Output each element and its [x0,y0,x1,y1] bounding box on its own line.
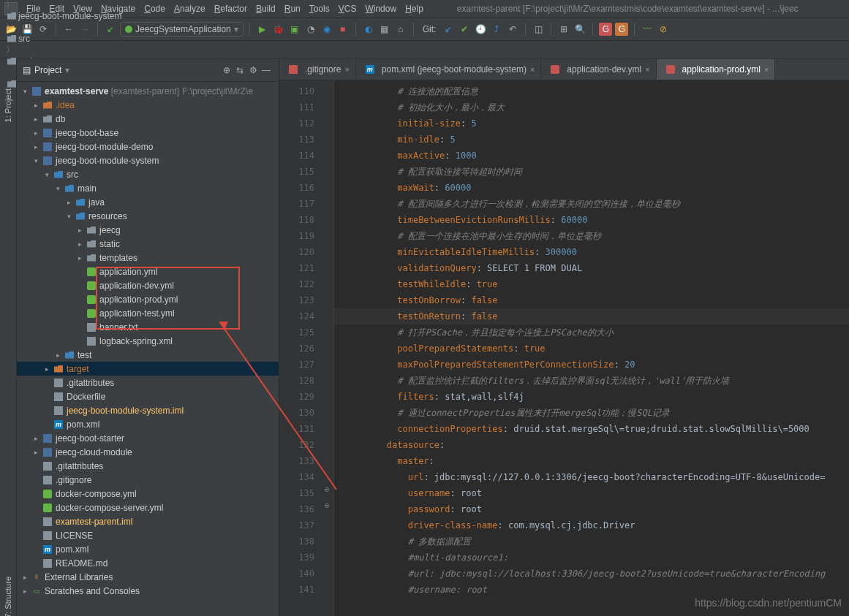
tree-node[interactable]: ⫴External Libraries [17,570,279,584]
tree-node[interactable]: README.md [17,556,279,570]
search-icon[interactable]: 🔍 [573,23,586,36]
tab-pom-xml-jeecg-boot-module-system-[interactable]: mpom.xml (jeecg-boot-module-system)× [356,59,542,80]
tree-node[interactable]: application-dev.yml [17,278,279,292]
find-icon[interactable]: ⊞ [557,23,570,36]
locate-icon[interactable]: ⊕ [220,64,233,77]
project-tree[interactable]: examtest-serve [examtest-parent]F:\proje… [17,82,279,616]
run-icon[interactable]: ▶ [256,23,269,36]
vcs-update-icon[interactable]: ↙ [442,23,455,36]
crumb-2[interactable]: src [4,34,124,44]
stop-icon[interactable]: ■ [336,23,350,36]
tab--gitignore[interactable]: .gitignore× [279,59,356,80]
tree-node[interactable]: mpom.xml [17,417,279,431]
menu-code[interactable]: Code [140,4,170,14]
git-label: Git: [423,24,437,34]
run-config-label: JeecgSystemApplication [135,24,231,34]
left-tool-strip: 1: Project 7: Structure [0,59,17,616]
gauge-icon[interactable]: ◐ [362,23,375,36]
project-header: Project [34,65,61,75]
tree-node[interactable]: application.yml [17,265,279,278]
watermark: https://blog.csdn.net/pentiumCM [695,597,842,609]
menu-refactor[interactable]: Refactor [210,4,252,14]
breadcrumb: examtest-serve〉jeecg-boot-module-system〉… [0,41,849,59]
menu-build[interactable]: Build [252,4,280,14]
window-title: examtest-parent [F:\project\jit\MrZ\exam… [457,4,799,14]
tree-node[interactable]: target [17,362,279,376]
vcs-history-icon[interactable]: 🕘 [474,23,487,36]
project-tool-button[interactable]: 1: Project [4,88,12,122]
tree-node[interactable]: .gitignore [17,473,279,487]
profile-icon[interactable]: ◔ [304,23,317,36]
tree-node[interactable]: jeecg-boot-base [17,126,279,140]
menu-run[interactable]: Run [280,4,305,14]
tree-node[interactable]: examtest-parent.iml [17,514,279,528]
project-tab-icon: ▤ [23,65,31,75]
struct-icon[interactable]: ◫ [532,23,545,36]
tree-node[interactable]: docker-compose.yml [17,487,279,501]
host-icon[interactable]: ⌂ [394,23,407,36]
tree-node[interactable]: db [17,112,279,126]
attach-icon[interactable]: ◉ [320,23,333,36]
tree-node[interactable]: application-prod.yml [17,292,279,306]
tree-node[interactable]: main [17,181,279,195]
tree-node[interactable]: jeecg-boot-module-system [17,153,279,167]
vcs-push-icon[interactable]: ⤴ [490,23,503,36]
tree-node[interactable]: .gitattributes [17,376,279,389]
editor: .gitignore×mpom.xml (jeecg-boot-module-s… [279,59,849,616]
tree-node[interactable]: ▭Scratches and Consoles [17,584,279,598]
expand-icon[interactable]: ⇆ [233,64,246,77]
menu-help[interactable]: Help [401,4,428,14]
tab-application-dev-yml[interactable]: application-dev.yml× [541,59,656,80]
tree-node[interactable]: jeecg [17,223,279,237]
tab-application-prod-yml[interactable]: application-prod.yml× [657,59,776,80]
tree-node[interactable]: resources [17,209,279,223]
project-view: ▤Project ▾ ⊕ ⇆ ⚙ — examtest-serve [examt… [17,59,279,616]
fold-gutter: ⊖ ⊖ [323,80,334,616]
tree-node[interactable]: Dockerfile [17,389,279,403]
close-icon[interactable]: × [344,65,349,74]
crumb-1[interactable]: jeecg-boot-module-system [4,11,124,21]
tree-node[interactable]: jeecg-boot-module-system.iml [17,403,279,417]
main-toolbar: 📂 💾 ⟳ ← → ↙ JeecgSystemApplication ▾ ▶ 🐞… [0,18,849,41]
vcs-commit-icon[interactable]: ✔ [458,23,471,36]
gear-icon[interactable]: ⚙ [246,64,260,77]
run-config-select[interactable]: JeecgSystemApplication ▾ [120,22,244,37]
tree-node[interactable]: jeecg-cloud-module [17,445,279,459]
hide-icon[interactable]: — [260,64,273,77]
tree-node[interactable]: templates [17,251,279,265]
tree-node[interactable]: static [17,237,279,251]
coverage-icon[interactable]: ▣ [288,23,301,36]
pulse-icon[interactable]: 〰 [641,23,654,36]
tree-node[interactable]: src [17,167,279,181]
menu-bar: FileEditViewNavigateCodeAnalyzeRefactorB… [0,0,849,18]
g2-icon[interactable]: G [615,23,628,36]
tree-node[interactable]: banner.txt [17,320,279,334]
debug-icon[interactable]: 🐞 [272,23,285,36]
close-icon[interactable]: × [645,65,649,74]
block-icon[interactable]: ⊘ [657,23,670,36]
tree-node[interactable]: application-test.yml [17,306,279,320]
tree-node[interactable]: test [17,348,279,362]
structure-tool-button[interactable]: 7: Structure [4,577,12,616]
g-icon[interactable]: G [599,23,612,36]
monitor-icon[interactable]: ▦ [378,23,391,36]
close-icon[interactable]: × [530,65,535,74]
tree-node[interactable]: LICENSE [17,528,279,542]
tree-node[interactable]: logback-spring.xml [17,334,279,348]
close-icon[interactable]: × [764,65,769,74]
tree-node[interactable]: jeecg-boot-starter [17,431,279,445]
tree-node[interactable]: .gitattributes [17,459,279,473]
menu-analyze[interactable]: Analyze [170,4,210,14]
vcs-revert-icon[interactable]: ↶ [506,23,519,36]
line-gutter: 1101111121131141151161171181191201211221… [279,80,323,616]
tree-node[interactable]: jeecg-boot-module-demo [17,140,279,153]
code-content[interactable]: # 连接池的配置信息 # 初始化大小，最小，最大 initial-size: 5… [334,80,849,616]
menu-vcs[interactable]: VCS [334,4,361,14]
menu-window[interactable]: Window [361,4,401,14]
tree-node[interactable]: docker-compose-server.yml [17,501,279,514]
menu-tools[interactable]: Tools [305,4,334,14]
tree-node[interactable]: .idea [17,98,279,112]
tree-node[interactable]: java [17,195,279,209]
tree-node[interactable]: mpom.xml [17,542,279,556]
tree-node[interactable]: examtest-serve [examtest-parent]F:\proje… [17,84,279,98]
